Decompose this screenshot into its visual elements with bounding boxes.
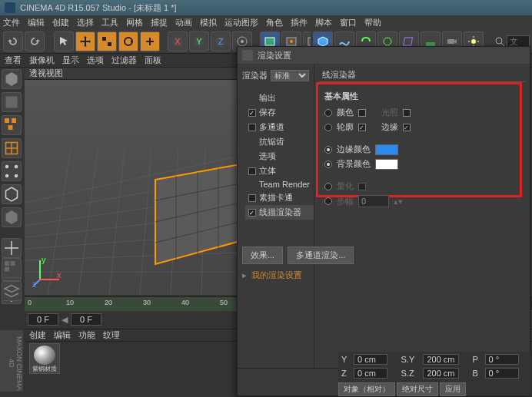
effect-button[interactable]: 效果...: [242, 246, 283, 264]
cube-object[interactable]: [132, 149, 237, 287]
checkbox-icon[interactable]: [248, 124, 256, 131]
material-slot[interactable]: 紫铜材质: [29, 343, 60, 374]
menu-anim[interactable]: 动画: [175, 17, 192, 28]
sidebar-item-options[interactable]: 选项: [245, 149, 314, 164]
checkbox-icon[interactable]: [403, 124, 411, 131]
menu-window[interactable]: 窗口: [340, 17, 357, 28]
menu-script[interactable]: 脚本: [315, 17, 332, 28]
start-frame-field[interactable]: 0 F: [28, 313, 58, 326]
poly-mode-button[interactable]: [2, 207, 22, 227]
svg-text:z: z: [32, 280, 37, 287]
viewport[interactable]: 透视视图 y x z: [25, 68, 237, 295]
texture-mode-button[interactable]: [2, 115, 22, 135]
axis-y-button[interactable]: Y: [189, 31, 209, 51]
point-mode-button[interactable]: [2, 161, 22, 181]
y-field[interactable]: 0 cm: [354, 354, 387, 365]
checkbox-icon[interactable]: [248, 109, 256, 117]
tab-options[interactable]: 选项: [87, 55, 104, 66]
sidebar-item-sketch[interactable]: 素描卡通: [245, 190, 314, 205]
apply-button[interactable]: 应用: [440, 382, 466, 396]
sidebar-item-stereo[interactable]: 立体: [245, 164, 314, 178]
edge-mode-button[interactable]: [2, 184, 22, 204]
checkbox-icon[interactable]: [248, 167, 256, 175]
mat-tab-edit[interactable]: 编辑: [54, 329, 71, 341]
axis-x-button[interactable]: X: [168, 31, 188, 51]
content-tab[interactable]: 线渲染器: [322, 69, 356, 81]
size-mode-dropdown[interactable]: 绝对尺寸: [397, 382, 438, 396]
viewport-tab-label[interactable]: 透视视图: [29, 68, 63, 79]
menu-snap[interactable]: 捕捉: [151, 17, 168, 28]
sidebar-item-save[interactable]: 保存: [245, 105, 314, 120]
menu-sim[interactable]: 模拟: [200, 17, 217, 28]
tab-display[interactable]: 显示: [62, 55, 79, 66]
p-field[interactable]: 0 °: [485, 354, 519, 365]
b-field[interactable]: 0 °: [485, 368, 519, 379]
menu-mograph[interactable]: 运动图形: [224, 17, 258, 28]
menu-edit[interactable]: 编辑: [28, 17, 45, 28]
svg-rect-1: [108, 42, 111, 46]
renderer-dropdown[interactable]: 标准: [271, 70, 309, 81]
tab-filter[interactable]: 过滤器: [111, 55, 137, 66]
menu-plugin[interactable]: 插件: [291, 17, 308, 28]
checkbox-icon[interactable]: [248, 194, 256, 202]
scale-tool[interactable]: [97, 31, 117, 51]
redo-button[interactable]: [25, 31, 45, 51]
menu-bar: 文件 编辑 创建 选择 工具 网格 捕捉 动画 模拟 运动图形 角色 插件 脚本…: [0, 15, 532, 29]
svg-rect-11: [265, 38, 274, 45]
mat-tab-func[interactable]: 功能: [78, 329, 95, 341]
bg-color-swatch[interactable]: [375, 159, 398, 170]
mat-tab-tex[interactable]: 纹理: [103, 329, 120, 341]
model-mode-button[interactable]: [2, 92, 22, 112]
sidebar-item-output[interactable]: 输出: [245, 91, 314, 105]
layer-button[interactable]: [2, 258, 22, 278]
axis-z-button[interactable]: Z: [211, 31, 231, 51]
sz-field[interactable]: 200 cm: [423, 368, 458, 379]
menu-tools[interactable]: 工具: [101, 17, 118, 28]
last-tool[interactable]: [140, 31, 160, 51]
sidebar-item-multipass[interactable]: 多通道: [245, 120, 314, 134]
menu-select[interactable]: 选择: [77, 17, 94, 28]
svg-line-42: [78, 149, 98, 295]
sidebar-item-team[interactable]: Team Render: [245, 178, 314, 190]
make-editable-button[interactable]: [2, 69, 22, 89]
dialog-titlebar[interactable]: 渲染设置: [238, 47, 530, 64]
preset-row[interactable]: ▸ 我的渲染设置: [242, 270, 302, 281]
sy-field[interactable]: 200 cm: [423, 354, 458, 365]
menu-create[interactable]: 创建: [52, 17, 69, 28]
undo-button[interactable]: [3, 31, 23, 51]
sidebar-item-wireframe[interactable]: 线描渲染器: [245, 205, 314, 220]
sidebar-item-aa[interactable]: 抗锯齿: [245, 134, 314, 149]
checkbox-icon[interactable]: [358, 109, 366, 117]
checkbox-icon[interactable]: [403, 109, 411, 117]
move-tool[interactable]: [75, 31, 95, 51]
menu-file[interactable]: 文件: [3, 17, 20, 28]
tab-camera[interactable]: 摄像机: [29, 55, 55, 66]
mat-tab-create[interactable]: 创建: [29, 329, 46, 341]
tab-view[interactable]: 查看: [5, 55, 22, 66]
menu-help[interactable]: 帮助: [364, 17, 381, 28]
svg-point-21: [496, 38, 502, 44]
uv-mode-button[interactable]: [2, 138, 22, 158]
prop-step: 步幅: [337, 196, 354, 207]
dialog-icon: [242, 50, 253, 61]
radio-icon[interactable]: [324, 109, 332, 117]
menu-char[interactable]: 角色: [266, 17, 283, 28]
radio-icon[interactable]: [324, 146, 332, 154]
tab-panel[interactable]: 面板: [145, 55, 161, 66]
title-bar: CINEMA 4D R15.057 Studio - [未标题 1 *]: [0, 0, 532, 15]
checkbox-icon[interactable]: [358, 124, 366, 131]
rotate-tool[interactable]: [118, 31, 138, 51]
select-tool[interactable]: [54, 31, 74, 51]
layer2-button[interactable]: [2, 281, 22, 301]
app-icon: [5, 2, 15, 13]
coord-mode-dropdown[interactable]: 对象（相对）: [338, 382, 395, 396]
edge-color-swatch[interactable]: [375, 144, 398, 155]
radio-icon[interactable]: [324, 160, 332, 168]
cur-frame-field[interactable]: 0 F: [71, 313, 101, 326]
checkbox-icon[interactable]: [248, 209, 256, 217]
z-field[interactable]: 0 cm: [354, 368, 387, 379]
axis-toggle-button[interactable]: [2, 238, 22, 258]
viewport-canvas[interactable]: y x z: [25, 80, 237, 295]
menu-mesh[interactable]: 网格: [126, 17, 143, 28]
radio-icon[interactable]: [324, 124, 332, 131]
